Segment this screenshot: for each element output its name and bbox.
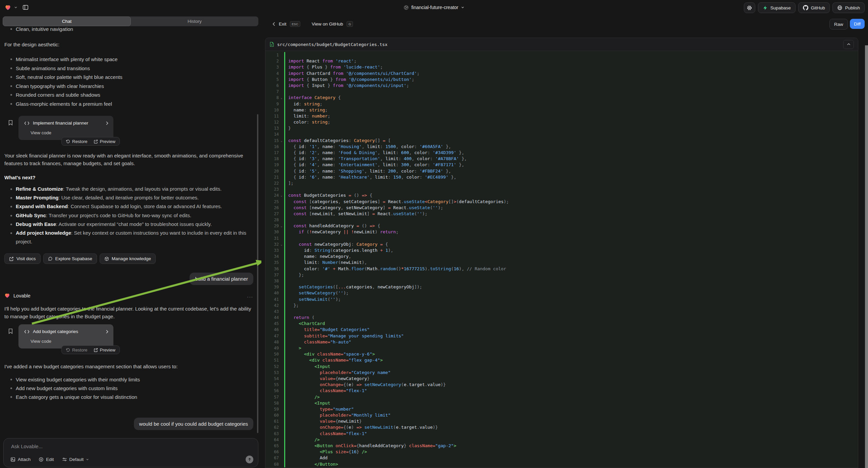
attach-button[interactable]: Attach [10, 457, 31, 462]
code-line: 15⌄const defaultCategories: Category[] =… [266, 138, 858, 144]
settings-button[interactable] [744, 2, 755, 13]
bullet-icon [10, 85, 12, 87]
code-line: 37 }; [266, 272, 858, 278]
tab-chat[interactable]: Chat [3, 17, 131, 26]
bullet-icon [10, 94, 12, 96]
bullet-icon [10, 387, 12, 389]
code-line: 30 if (!newCategory || !newLimit) return… [266, 229, 858, 235]
list-item: Add new budget categories with custom li… [0, 384, 253, 393]
list-item: Each category gets a unique color for vi… [0, 393, 253, 402]
chat-composer: Ask Lovable... Attach Edit [3, 438, 258, 467]
project-name: financial-future-creator [411, 5, 458, 10]
code-panel: Exit ESC View on GitHub G Raw Diff src/c… [261, 15, 868, 468]
code-line: 59 type="number" [266, 406, 858, 412]
github-icon [803, 5, 808, 10]
chat-input[interactable]: Ask Lovable... [11, 443, 42, 449]
file-path: src/components/budget/BudgetCategories.t… [277, 42, 840, 47]
fold-chevron-icon[interactable]: ⌄ [279, 193, 284, 198]
code-line: 60 placeholder="Monthly limit" [266, 412, 858, 418]
raw-toggle-button[interactable]: Raw [829, 19, 848, 30]
bullet-icon [10, 206, 12, 207]
code-line: 29⌄ const handleAddCategory = () => { [266, 223, 858, 229]
chevron-down-icon [86, 458, 89, 461]
tab-history[interactable]: History [131, 17, 258, 26]
fold-chevron-icon[interactable]: ⌄ [279, 95, 284, 101]
code-line: 56 className="flex-1" [266, 388, 858, 394]
bookmark-icon[interactable] [8, 120, 13, 125]
code-line: 16 { id: '1', name: 'Housing', limit: 15… [266, 144, 858, 150]
edit-card-add-budget-categories[interactable]: Add budget categories View code [19, 324, 114, 349]
code-line: 51 <div className="flex gap-4"> [266, 357, 858, 363]
code-line: 45 <ChartCard [266, 321, 858, 327]
bullet-icon [10, 232, 12, 234]
preview-button[interactable]: Preview [94, 348, 116, 352]
code-line: 21 { id: '6', name: 'Healthcare', limit:… [266, 174, 858, 180]
message-menu-button[interactable]: ... [247, 293, 253, 298]
chat-history-tabs: Chat History [3, 17, 258, 26]
code-line: 24⌄const BudgetCategories = () => { [266, 193, 858, 198]
collapse-file-button[interactable] [843, 40, 854, 49]
list-item: Minimalist interface with plenty of whit… [0, 56, 253, 65]
code-line: 11 limit: number; [266, 113, 858, 119]
manage-knowledge-button[interactable]: Manage knowledge [100, 254, 156, 264]
restore-icon [66, 348, 70, 352]
preview-button[interactable]: Preview [94, 139, 116, 144]
fold-chevron-icon[interactable]: ⌄ [279, 138, 284, 144]
chat-scrollbar[interactable] [257, 114, 258, 433]
view-code-link[interactable]: View code [31, 130, 51, 135]
chat-panel: Chat History Clean, intuitive navigation… [0, 15, 261, 468]
assistant-name: Lovable [13, 293, 244, 298]
chevron-right-icon [106, 330, 109, 334]
project-globe-icon [404, 5, 409, 10]
code-line: 55 onChange={(e) => setNewCategory(e.tar… [266, 382, 858, 388]
code-line: 44 return ( [266, 315, 858, 321]
edit-button[interactable]: Edit [39, 457, 54, 462]
code-line: 14 [266, 131, 858, 137]
restore-button-disabled[interactable]: Restore [66, 348, 88, 352]
chevron-right-icon [106, 121, 109, 125]
fold-chevron-icon[interactable]: ⌄ [279, 241, 284, 247]
tip-item: Expand with Backend: Connect Supabase to… [0, 202, 253, 211]
code-line: 26 const [newCategory, setNewCategory] =… [266, 205, 858, 211]
edit-card-implement-planner[interactable]: Implement financial planner View code [19, 116, 114, 140]
bookmark-icon[interactable] [8, 328, 13, 334]
fold-chevron-icon[interactable]: ⌄ [279, 223, 284, 229]
visit-docs-button[interactable]: Visit docs [4, 254, 40, 264]
code-panel-header: Exit ESC View on GitHub G Raw Diff [261, 15, 868, 33]
list-item: Clean typography with clear hierarchies [0, 83, 253, 92]
target-icon [39, 457, 43, 462]
exit-button[interactable]: Exit [279, 22, 286, 27]
diff-toggle-button[interactable]: Diff [850, 19, 865, 29]
publish-button[interactable]: Publish [832, 2, 865, 13]
send-button[interactable] [246, 456, 253, 463]
intro-list: Clean, intuitive navigation [0, 26, 253, 35]
view-on-github-button[interactable]: View on GitHub [312, 22, 343, 27]
supabase-button[interactable]: Supabase [758, 2, 796, 13]
tip-item: Debug with Ease: Activate our experiment… [0, 220, 253, 229]
code-line: 65 <Button onClick={handleAddCategory} c… [266, 443, 858, 449]
view-code-link[interactable]: View code [31, 339, 51, 344]
arrow-up-icon [248, 458, 252, 462]
code-line: 40 setNewCategory(''); [266, 290, 858, 296]
file-added-icon [270, 41, 274, 47]
code-line: 48 className="h-auto" [266, 339, 858, 345]
code-line: 64 /> [266, 437, 858, 443]
code-line: 7 [266, 89, 858, 95]
file-header[interactable]: src/components/budget/BudgetCategories.t… [266, 38, 858, 51]
restore-button[interactable]: Restore [66, 139, 88, 144]
code-lines[interactable]: 12import React from 'react';3import { Pl… [266, 52, 858, 467]
g-key-hint: G [347, 21, 353, 27]
code-line: 31 [266, 235, 858, 241]
code-line: 12 color: string; [266, 119, 858, 125]
code-line: 68 </Button> [266, 461, 858, 467]
code-line: 62 onChange={(e) => setNewLimit(e.target… [266, 425, 858, 430]
window-scrollbar[interactable] [865, 45, 868, 468]
code-line: 54 value={newCategory} [266, 376, 858, 382]
github-button[interactable]: GitHub [798, 2, 830, 13]
project-switcher[interactable]: financial-future-creator [0, 0, 868, 15]
mode-selector[interactable]: Default [62, 457, 89, 462]
restore-icon [66, 139, 70, 144]
explore-supabase-button[interactable]: Explore Supabase [43, 254, 97, 264]
bullet-icon [10, 396, 12, 398]
added-list: View existing budget categories with the… [0, 375, 253, 402]
